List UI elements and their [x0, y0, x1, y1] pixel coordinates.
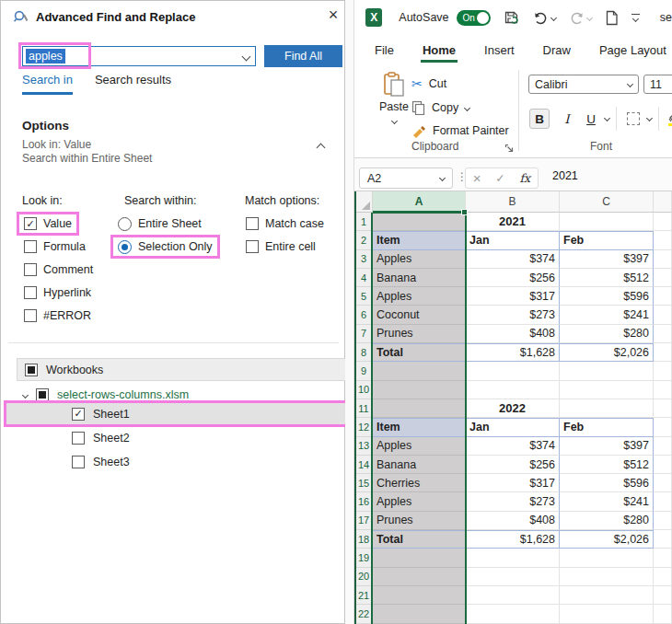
cell-A21[interactable]: [373, 586, 466, 605]
row-header-20[interactable]: 20: [354, 568, 373, 586]
look-in-option--error[interactable]: #ERROR: [20, 307, 95, 324]
row-header-16[interactable]: 16: [354, 492, 373, 511]
cell-A6[interactable]: Coconut: [373, 306, 466, 324]
checkbox-icon[interactable]: [24, 240, 37, 253]
look-in-option-formula[interactable]: Formula: [20, 238, 89, 255]
search-dropdown-chevron-icon[interactable]: [242, 52, 251, 61]
workbooks-tristate-checkbox[interactable]: [25, 364, 38, 376]
row-header-9[interactable]: 9: [354, 362, 373, 380]
undo-icon[interactable]: [533, 11, 556, 25]
cell-C15[interactable]: $596: [560, 474, 654, 492]
redo-chevron-icon[interactable]: [586, 14, 593, 20]
close-icon[interactable]: ×: [323, 6, 343, 25]
formula-bar-content[interactable]: 2021: [552, 169, 578, 182]
cell-C17[interactable]: $280: [560, 512, 654, 530]
cell-B17[interactable]: $408: [466, 512, 560, 530]
cell-overflow-19[interactable]: [654, 549, 672, 567]
cell-C12[interactable]: Feb: [560, 418, 654, 436]
ribbon-tab-draw[interactable]: Draw: [541, 38, 573, 63]
sheet-checkbox[interactable]: [72, 456, 85, 468]
checkbox-icon[interactable]: [24, 309, 37, 322]
row-header-21[interactable]: 21: [354, 586, 373, 605]
cell-C9[interactable]: [560, 362, 654, 380]
insert-function-icon[interactable]: fx: [519, 171, 530, 185]
checkbox-icon[interactable]: [24, 217, 37, 230]
cell-A2[interactable]: Item: [373, 231, 466, 249]
cell-overflow-21[interactable]: [654, 586, 672, 605]
cell-C11[interactable]: [560, 399, 654, 418]
cell-B22[interactable]: [466, 605, 560, 623]
sheet-checkbox[interactable]: [72, 408, 85, 421]
cell-A17[interactable]: Prunes: [373, 512, 466, 530]
search-within-option-entire-sheet[interactable]: Entire Sheet: [114, 215, 205, 232]
workbook-tristate-checkbox[interactable]: [36, 388, 49, 401]
row-header-4[interactable]: 4: [354, 269, 373, 287]
cell-overflow-14[interactable]: [654, 456, 672, 474]
tab-search-in[interactable]: Search in: [22, 73, 73, 95]
cell-C4[interactable]: $512: [560, 269, 654, 287]
cell-B15[interactable]: $317: [466, 474, 560, 492]
cell-overflow-7[interactable]: [654, 325, 672, 343]
cell-overflow-4[interactable]: [654, 269, 672, 287]
cell-overflow-18[interactable]: [654, 530, 672, 549]
cell-overflow-6[interactable]: [654, 306, 672, 324]
row-header-13[interactable]: 13: [354, 437, 373, 456]
cell-A10[interactable]: [373, 381, 466, 399]
clipboard-dialog-launcher-icon[interactable]: [504, 141, 515, 157]
row-header-11[interactable]: 11: [354, 399, 373, 418]
cell-A7[interactable]: Prunes: [373, 325, 466, 343]
cell-C5[interactable]: $596: [560, 287, 654, 306]
bold-button[interactable]: B: [529, 109, 550, 129]
redo-icon[interactable]: [569, 11, 592, 25]
row-header-5[interactable]: 5: [354, 287, 373, 306]
radio-icon[interactable]: [118, 240, 132, 254]
cell-A11[interactable]: [373, 399, 466, 418]
cell-overflow-8[interactable]: [654, 343, 672, 362]
undo-chevron-icon[interactable]: [550, 14, 557, 20]
cell-B10[interactable]: [466, 381, 560, 399]
cell-B18[interactable]: $1,628: [466, 530, 560, 549]
search-input[interactable]: apples: [22, 46, 256, 66]
ribbon-tab-file[interactable]: File: [373, 38, 396, 63]
sheet-item-sheet3[interactable]: Sheet3: [6, 451, 347, 472]
row-header-6[interactable]: 6: [354, 306, 373, 324]
checkbox-icon[interactable]: [246, 217, 259, 230]
cell-overflow-5[interactable]: [654, 287, 672, 306]
cell-B4[interactable]: $256: [466, 269, 560, 287]
ribbon-tab-home[interactable]: Home: [421, 38, 458, 63]
cell-B20[interactable]: [466, 568, 560, 586]
tree-expand-chevron-icon[interactable]: [22, 391, 29, 398]
cell-A20[interactable]: [373, 568, 466, 586]
cell-C1[interactable]: [560, 213, 654, 231]
cell-A14[interactable]: Banana: [373, 456, 466, 474]
row-header-10[interactable]: 10: [354, 381, 373, 399]
select-all-corner[interactable]: [354, 191, 373, 213]
cell-C2[interactable]: Feb: [560, 231, 654, 249]
copy-button[interactable]: Copy: [411, 98, 469, 118]
look-in-option-hyperlink[interactable]: Hyperlink: [20, 284, 95, 301]
column-header-B[interactable]: B: [466, 191, 560, 213]
look-in-option-value[interactable]: Value: [20, 215, 75, 232]
checkbox-icon[interactable]: [24, 263, 37, 276]
name-box[interactable]: A2: [359, 168, 453, 189]
workbook-tree-item[interactable]: select-rows-columns.xlsm: [23, 387, 189, 403]
cell-overflow-13[interactable]: [654, 437, 672, 456]
cell-A22[interactable]: [373, 605, 466, 623]
checkbox-icon[interactable]: [246, 240, 259, 253]
cell-C13[interactable]: $397: [560, 437, 654, 456]
cell-B1[interactable]: 2021: [466, 213, 560, 231]
cell-C7[interactable]: $280: [560, 325, 654, 343]
cell-A1[interactable]: [373, 213, 466, 231]
row-header-14[interactable]: 14: [354, 456, 373, 474]
cut-button[interactable]: ✂ Cut: [411, 74, 446, 94]
cell-C16[interactable]: $241: [560, 492, 654, 511]
cell-B19[interactable]: [466, 549, 560, 567]
borders-button[interactable]: [623, 109, 643, 129]
cell-C21[interactable]: [560, 586, 654, 605]
radio-icon[interactable]: [118, 217, 132, 231]
paste-chevron-icon[interactable]: [390, 118, 397, 124]
cell-A8[interactable]: Total: [373, 343, 466, 362]
cancel-entry-icon[interactable]: ×: [473, 170, 481, 186]
cell-B16[interactable]: $273: [466, 492, 560, 511]
workbooks-header[interactable]: Workbooks: [17, 358, 349, 381]
